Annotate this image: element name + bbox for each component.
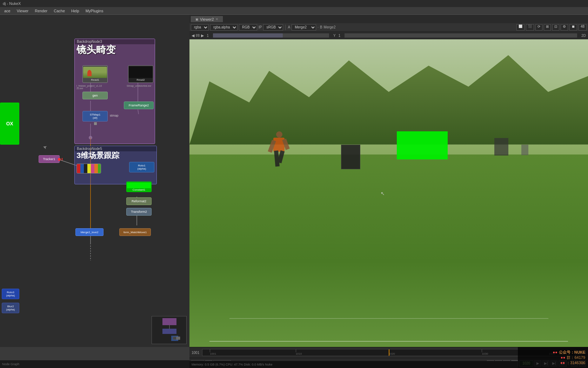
constant1-node[interactable]: Constant1 [126, 182, 152, 192]
framerange2-node[interactable]: FrameRange2 [124, 101, 154, 109]
viewer-toolbar: rgba rgba.alpha RGB IP sRGB A Merge2 · B… [189, 23, 588, 32]
svg-rect-16 [162, 329, 176, 334]
toolbar-icon-4[interactable]: ⊞ [544, 24, 551, 31]
menu-viewer[interactable]: Viewer [14, 8, 31, 14]
watermark-line1: 公众号：NUKE [559, 350, 585, 355]
viewer-panel: ▣ Viewer2 ✕ rgba rgba.alpha RGB IP sRGB … [189, 15, 588, 368]
gen-node[interactable]: gen [82, 92, 108, 99]
menu-myplugins[interactable]: MyPlugins [83, 8, 106, 14]
stmap-label: stmap [110, 114, 119, 117]
y-label: Y [333, 34, 336, 38]
toolbar-icon-7[interactable]: ⏹ [569, 24, 577, 31]
sys-info: Memory: 0.5 GB (6.7%) CPU: 47.7% Disk: 0… [192, 363, 273, 366]
node-graph[interactable]: OX [0, 15, 189, 347]
toolbar-icon-3[interactable]: ⟳ [535, 24, 542, 31]
svg-rect-19 [173, 337, 176, 340]
viewer-tab-bar: ▣ Viewer2 ✕ [189, 15, 588, 23]
colorspace-rgb-select[interactable]: RGB [239, 24, 257, 31]
transform2-node[interactable]: Transform2 [126, 208, 152, 216]
dot-sep: · [318, 25, 319, 29]
a-merge-select[interactable]: Merge2 [292, 24, 316, 31]
toolbar-icon-1[interactable]: ⬜ [516, 24, 524, 31]
arrow-right[interactable]: ▶ [201, 33, 204, 38]
menu-render[interactable]: Render [32, 8, 50, 14]
arrow-left[interactable]: ◀ [192, 33, 194, 38]
tab-close-btn[interactable]: ✕ [215, 17, 218, 21]
green-screen-box [397, 131, 448, 159]
read1-sublabel: l_frisbee_project_v1.1020.exr [76, 85, 103, 90]
sys-status-bar: Memory: 0.5 GB (6.7%) CPU: 47.7% Disk: 0… [189, 361, 518, 368]
reformat2-node[interactable]: Reformat2 [126, 197, 152, 205]
toolbar-icon-6[interactable]: ⚙ [561, 24, 568, 31]
read1-node[interactable]: Read1 [82, 65, 108, 83]
toolbar-icon-5[interactable]: ⊡ [552, 24, 559, 31]
viewer-canvas[interactable]: ↖ HD_1080 1920x1080 bbox~ -94 -56 2106 1… [189, 39, 588, 368]
b-merge-label: Merge2 [324, 25, 336, 29]
ip-label: IP [259, 25, 262, 29]
blur2-node[interactable]: Blur2 (alpha) [2, 303, 19, 313]
green-side-panel: OX [0, 103, 19, 145]
watermark-area: ●● 公众号：NUKE ●● 群：64179 ●● ：3146306 [518, 347, 588, 368]
srgb-select[interactable]: sRGB [263, 24, 283, 31]
menu-cache[interactable]: Cache [51, 8, 68, 14]
tracker1-node[interactable]: Tracker1 [39, 155, 60, 163]
svg-rect-15 [162, 318, 176, 325]
title-text: dj - NukeX [3, 1, 21, 6]
frame-num: 1 [207, 34, 209, 38]
roto3-node[interactable]: Roto3 (alpha) [2, 289, 19, 299]
frame-prefix: f/8 [196, 34, 200, 38]
roto1-node[interactable]: Roto1 (alpha) [129, 162, 154, 172]
b-label: B [320, 25, 322, 29]
a-label: A [288, 25, 290, 29]
read2-sublabel: Stmap_undistorted.exr [127, 85, 155, 87]
viewer2-tab[interactable]: ▣ Viewer2 ✕ [191, 16, 223, 22]
menu-bar: ace Viewer Render Cache Help MyPlugins [0, 7, 588, 15]
2d-label: 2D [581, 34, 586, 38]
frame-counter: 48 [579, 24, 587, 31]
viewer-frame-bar: ◀ f/8 ▶ 1 Y 1 2D [189, 32, 588, 39]
channel-select[interactable]: rgba [191, 24, 209, 31]
backdrop-node-5: BackdropNode5 3维场景跟踪 Roto1 (alpha) [74, 146, 157, 184]
stmap1-node[interactable]: STMap1 (all) [82, 111, 108, 121]
backdrop-node-3: BackdropNode3 镜头畸变 Read1 Read2 l_frisbee… [74, 39, 155, 144]
watermark-line3: ：3146306 [566, 360, 585, 366]
matchmove1-node[interactable]: form_MatchMove1 [119, 228, 151, 236]
menu-ace[interactable]: ace [1, 8, 13, 14]
cursor-arrow: ➤ [42, 144, 48, 151]
bottom-status: Node Graph [0, 360, 189, 368]
watermark-line2: 群：64179 [567, 355, 585, 360]
frame-start-label: 1001 [192, 351, 199, 355]
read2-node[interactable]: Read2 [128, 65, 153, 83]
svg-rect-20 [176, 337, 180, 340]
camera-node[interactable] [76, 164, 101, 173]
minimap-svg [152, 316, 187, 344]
y-val: 1 [339, 34, 341, 38]
backdrop5-label: 3维场景跟踪 [76, 150, 119, 161]
merge2-node[interactable]: Merge2_love2 [75, 228, 103, 236]
toolbar-icon-2[interactable]: ⬛ [526, 24, 534, 31]
backdrop3-label: 镜头畸变 [76, 43, 116, 57]
alpha-select[interactable]: rgba.alpha [210, 24, 238, 31]
menu-help[interactable]: Help [68, 8, 82, 14]
title-bar: dj - NukeX [0, 0, 588, 7]
minimap [152, 316, 187, 344]
